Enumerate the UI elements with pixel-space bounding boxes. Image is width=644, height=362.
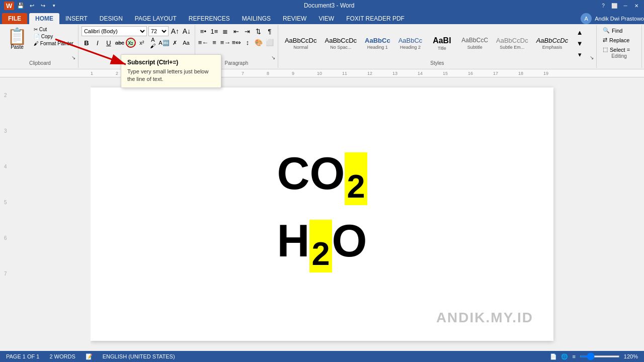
paste-icon: 📋 [7,28,27,44]
ribbon-group-clipboard: 📋 Paste ✂ Cut 📄 Copy 🖌 Format Painter Cl… [2,25,78,68]
formula-h2o: H 2 O [277,215,367,273]
spell-check-icon[interactable]: 📝 [86,353,93,360]
tab-file[interactable]: FILE [2,13,27,24]
word-count: 2 WORDS [49,353,75,360]
style-subtleem-label: Subtle Em... [500,45,524,50]
style-title[interactable]: AaBI Title [427,34,457,53]
style-normal[interactable]: AaBbCcDc Normal [281,35,320,52]
strikethrough-button[interactable]: abc [115,38,125,48]
find-button[interactable]: 🔍 Find [600,26,625,35]
italic-button[interactable]: I [93,38,103,48]
style-no-space[interactable]: AaBbCcDc No Spac... [321,35,361,52]
bold-button[interactable]: B [82,38,92,48]
line-spacing-btn[interactable]: ↕ [243,37,253,47]
styles-scroll-down[interactable]: ▼ [575,38,585,49]
clear-format-button[interactable]: ✗ [170,38,180,48]
styles-expand-btn[interactable]: ↘ [590,55,595,60]
subscript-button[interactable]: x₂ [126,38,136,48]
justify-btn[interactable]: ≡⇔ [231,37,242,47]
paragraph-group-label: Paragraph [225,60,249,67]
zoom-slider[interactable] [580,355,620,357]
format-painter-button[interactable]: 🖌 Format Painter [32,40,75,47]
style-subtitle[interactable]: AaBbCcC Subtitle [458,35,492,52]
multilevel-button[interactable]: ≣ [220,26,230,36]
user-area: A Andik Dwi Prastowo [581,13,644,24]
left-margin: 2 3 4 5 6 7 [0,77,91,351]
tab-references[interactable]: REFERENCES [183,13,236,24]
tab-review[interactable]: REVIEW [277,13,312,24]
decrease-font-btn[interactable]: A↓ [182,26,192,36]
view-web-icon[interactable]: 🌐 [561,353,568,360]
decrease-indent-btn[interactable]: ⇤ [231,26,242,36]
styles-group-label: Styles [430,60,444,67]
select-label: Select = [610,47,630,53]
style-normal-preview: AaBbCcDc [285,37,317,45]
select-icon: ⬚ [603,46,608,53]
cut-button[interactable]: ✂ Cut [32,26,75,33]
style-emphasis-preview: AaBbCcDc [536,37,569,45]
paste-label: Paste [11,44,24,50]
tab-foxit[interactable]: FOXIT READER PDF [340,13,411,24]
numbering-button[interactable]: 1≡ [209,26,219,36]
align-center-btn[interactable]: ≡ [209,37,219,47]
align-left-btn[interactable]: ≡← [198,37,208,47]
tab-page-layout[interactable]: PAGE LAYOUT [129,13,183,24]
watermark: ANDIK.MY.ID [436,310,533,326]
tab-home[interactable]: HOME [29,13,59,24]
help-btn[interactable]: ? [600,2,607,9]
superscript-button[interactable]: x² [137,38,147,48]
sort-button[interactable]: ⇅ [254,26,264,36]
font-size-select[interactable]: 72 [148,26,169,36]
replace-label: Replace [609,37,629,43]
main-area: 2 3 4 5 6 7 CO 2 H 2 O [0,77,644,351]
undo-btn[interactable]: ↩ [27,1,36,10]
tooltip-title: Subscript (Ctrl+=) [127,59,215,66]
customize-btn[interactable]: ▼ [49,1,58,10]
font-color-button[interactable]: A🔤 [159,38,169,48]
increase-font-btn[interactable]: A↑ [170,26,180,36]
shading-btn[interactable]: 🎨 [254,37,264,47]
clipboard-expand-btn[interactable]: ↘ [71,55,76,60]
style-emphasis[interactable]: AaBbCcDc Emphasis [533,35,572,52]
styles-scroll-up[interactable]: ▲ [575,27,585,38]
style-heading2[interactable]: AaBbCc Heading 2 [395,35,426,52]
redo-btn[interactable]: ↪ [38,1,47,10]
style-h1-preview: AaBbCc [365,37,390,45]
change-case-button[interactable]: Aa [181,38,191,48]
style-subtle-em[interactable]: AaBbCcDc Subtle Em... [493,35,532,52]
styles-container: AaBbCcDc Normal AaBbCcDc No Spac... AaBb… [281,27,585,60]
borders-btn[interactable]: ⬜ [265,37,275,47]
tab-mailings[interactable]: MAILINGS [236,13,277,24]
select-button[interactable]: ⬚ Select = [600,45,633,54]
save-quick-btn[interactable]: 💾 [16,1,25,10]
align-right-btn[interactable]: ≡→ [220,37,230,47]
paragraph-expand-btn[interactable]: ↘ [271,55,276,60]
tab-view[interactable]: VIEW [312,13,340,24]
close-btn[interactable]: ✕ [633,2,640,9]
view-outline-icon[interactable]: ≡ [572,353,575,359]
style-heading1[interactable]: AaBbCc Heading 1 [361,35,394,52]
status-right: 📄 🌐 ≡ 120% [550,353,638,360]
style-nospace-preview: AaBbCcDc [325,37,357,45]
ribbon-group-editing: 🔍 Find ⇄ Replace ⬚ Select = Editing [597,25,642,68]
view-normal-icon[interactable]: 📄 [550,353,557,360]
replace-button[interactable]: ⇄ Replace [600,36,632,44]
clipboard-right: ✂ Cut 📄 Copy 🖌 Format Painter [32,26,75,47]
copy-button[interactable]: 📄 Copy [32,33,75,40]
text-highlight-button[interactable]: A🖌 [148,38,158,48]
styles-more[interactable]: ▾ [575,49,585,60]
paste-button[interactable]: 📋 Paste [5,26,29,52]
formula-h2o-h: H [277,215,309,267]
status-left: PAGE 1 OF 1 2 WORDS 📝 ENGLISH (UNITED ST… [6,353,175,360]
formula-h2o-subscript: 2 [311,235,330,272]
bullets-button[interactable]: ≡• [198,26,208,36]
minimize-btn[interactable]: ─ [622,2,629,9]
tab-insert[interactable]: INSERT [59,13,94,24]
font-family-select[interactable]: Calibri (Body) [82,26,147,36]
formula-co2-highlight-box: 2 [345,152,367,205]
show-para-btn[interactable]: ¶ [265,26,275,36]
underline-button[interactable]: U [104,38,114,48]
tab-design[interactable]: DESIGN [94,13,129,24]
increase-indent-btn[interactable]: ⇥ [243,26,253,36]
restore-btn[interactable]: ⬜ [611,2,618,9]
